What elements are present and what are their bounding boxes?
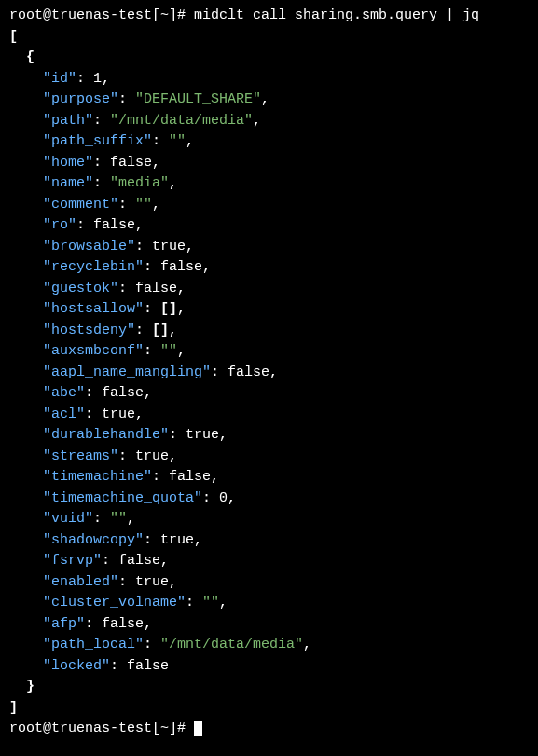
json-value: true [160, 532, 194, 548]
json-value: false [93, 217, 135, 233]
json-key: "timemachine" [43, 469, 152, 485]
json-value: [] [160, 301, 177, 317]
json-key: "shadowcopy" [43, 532, 144, 548]
json-close-array: ] [9, 698, 529, 720]
json-comma: , [144, 385, 152, 401]
json-comma: , [169, 175, 177, 191]
json-value: true [102, 406, 135, 422]
json-comma: , [219, 427, 228, 443]
json-value: "" [110, 511, 127, 527]
json-separator: : [202, 490, 219, 506]
json-row: "comment": "", [9, 195, 529, 216]
shell-command: midclt call sharing.smb.query | jq [194, 7, 479, 23]
json-comma: , [261, 91, 269, 107]
json-separator: : [85, 616, 102, 632]
json-separator: : [76, 217, 93, 233]
json-key: "auxsmbconf" [43, 343, 144, 359]
json-value: "DEFAULT_SHARE" [135, 91, 261, 107]
json-value: false [228, 364, 269, 380]
json-separator: : [93, 175, 110, 191]
json-row: "cluster_volname": "", [9, 593, 529, 614]
json-value: false [160, 259, 202, 275]
json-comma: , [186, 133, 194, 149]
json-key: "path_suffix" [43, 133, 152, 149]
command-line-2[interactable]: root@truenas-test[~]# [9, 719, 529, 740]
json-separator: : [85, 406, 102, 422]
json-row: "vuid": "", [9, 509, 529, 530]
json-value: false [110, 155, 152, 171]
json-row: "auxsmbconf": "", [9, 341, 529, 363]
json-row: "id": 1, [9, 69, 529, 90]
json-comma: , [303, 637, 311, 653]
json-row: "purpose": "DEFAULT_SHARE", [9, 89, 529, 111]
json-value: "/mnt/data/media" [160, 637, 303, 653]
json-separator: : [118, 91, 135, 107]
json-comma: , [169, 574, 177, 590]
json-comma: , [194, 532, 202, 548]
json-key: "afp" [43, 616, 85, 632]
json-value: false [102, 385, 144, 401]
json-row: "timemachine_quota": 0, [9, 488, 529, 510]
json-open-object: { [9, 48, 529, 69]
json-value: "" [202, 595, 219, 611]
json-row: "locked": false [9, 656, 529, 678]
json-separator: : [118, 197, 135, 213]
json-row: "shadowcopy": true, [9, 530, 529, 552]
json-key: "hostsallow" [43, 301, 144, 317]
json-row: "durablehandle": true, [9, 425, 529, 447]
json-value: true [152, 239, 186, 254]
json-key: "durablehandle" [43, 427, 169, 443]
shell-prompt-2: root@truenas-test[~]# [9, 721, 194, 736]
json-row: "home": false, [9, 153, 529, 174]
json-comma: , [169, 323, 177, 338]
json-separator: : [93, 511, 110, 527]
json-key: "streams" [43, 448, 118, 464]
json-key: "abe" [43, 385, 85, 401]
json-value: true [135, 574, 169, 590]
json-key: "path_local" [43, 637, 144, 653]
json-separator: : [144, 301, 160, 317]
json-key: "browsable" [43, 239, 135, 254]
json-separator: : [118, 448, 135, 464]
json-value: false [169, 469, 211, 485]
shell-prompt: root@truenas-test[~]# [9, 7, 194, 23]
json-separator: : [76, 71, 93, 87]
json-value: false [135, 281, 177, 296]
json-key: "vuid" [43, 511, 93, 527]
json-key: "cluster_volname" [43, 595, 186, 611]
json-row: "ro": false, [9, 215, 529, 237]
json-value: "media" [110, 175, 169, 191]
json-key: "purpose" [43, 91, 118, 107]
json-separator: : [93, 155, 110, 171]
json-comma: , [152, 197, 160, 213]
json-comma: , [160, 553, 169, 569]
json-value: "" [169, 133, 186, 149]
json-key: "enabled" [43, 574, 118, 590]
json-row: "path_suffix": "", [9, 131, 529, 153]
json-value: "/mnt/data/media" [110, 113, 253, 129]
json-key: "path" [43, 113, 93, 129]
json-value: true [135, 448, 169, 464]
json-row: "acl": true, [9, 405, 529, 426]
json-value: 0 [219, 490, 228, 506]
json-separator: : [144, 343, 160, 359]
json-comma: , [177, 301, 186, 317]
json-row: "hostsallow": [], [9, 299, 529, 321]
json-row: "guestok": false, [9, 279, 529, 300]
command-line-1: root@truenas-test[~]# midclt call sharin… [9, 6, 529, 27]
json-key: "id" [43, 71, 76, 87]
json-row: "path": "/mnt/data/media", [9, 111, 529, 132]
json-key: "locked" [43, 658, 110, 674]
json-row: "browsable": true, [9, 237, 529, 258]
json-separator: : [144, 532, 160, 548]
json-comma: , [152, 155, 160, 171]
json-comma: , [186, 239, 194, 254]
json-row: "hostsdeny": [], [9, 321, 529, 342]
json-separator: : [144, 259, 160, 275]
json-separator: : [118, 281, 135, 296]
json-separator: : [135, 323, 152, 338]
json-comma: , [135, 406, 144, 422]
json-key: "timemachine_quota" [43, 490, 202, 506]
json-row: "streams": true, [9, 447, 529, 468]
json-comma: , [102, 71, 110, 87]
